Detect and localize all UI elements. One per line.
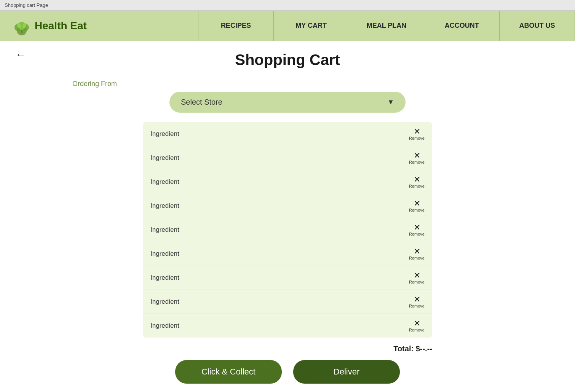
remove-label: Remove (409, 232, 425, 236)
select-store-dropdown[interactable]: Select Store ▼ (169, 92, 406, 113)
select-store-label: Select Store (181, 98, 222, 107)
ingredient-name: Ingredient (150, 250, 179, 258)
remove-button-1[interactable]: ✕ Remove (409, 127, 425, 140)
remove-button-9[interactable]: ✕ Remove (409, 319, 425, 332)
ingredients-list: Ingredient ✕ Remove Ingredient ✕ Remove … (143, 122, 432, 338)
select-store-container: Select Store ▼ (15, 92, 560, 113)
x-icon: ✕ (414, 223, 420, 232)
remove-button-3[interactable]: ✕ Remove (409, 175, 425, 188)
back-button[interactable]: ← (15, 49, 26, 61)
ingredient-row-2: Ingredient ✕ Remove (143, 146, 432, 170)
ingredient-name: Ingredient (150, 274, 179, 282)
remove-label: Remove (409, 184, 425, 188)
ingredient-name: Ingredient (150, 178, 179, 186)
action-buttons: Click & Collect Deliver (15, 360, 560, 384)
svg-rect-4 (21, 30, 22, 33)
remove-button-5[interactable]: ✕ Remove (409, 223, 425, 236)
nav-link-account[interactable]: ACCOUNT (424, 11, 500, 41)
x-icon: ✕ (414, 127, 420, 136)
ingredient-name: Ingredient (150, 322, 179, 330)
ingredient-row-7: Ingredient ✕ Remove (143, 266, 432, 290)
x-icon: ✕ (414, 247, 420, 256)
remove-button-4[interactable]: ✕ Remove (409, 199, 425, 212)
ingredient-name: Ingredient (150, 226, 179, 234)
main-content: ← Shopping Cart Ordering From Select Sto… (0, 41, 575, 392)
nav-link-mealplan[interactable]: MEAL PLAN (349, 11, 425, 41)
x-icon: ✕ (414, 199, 420, 208)
tab-bar: Shopping cart Page (0, 0, 575, 11)
remove-button-2[interactable]: ✕ Remove (409, 151, 425, 164)
remove-label: Remove (409, 328, 425, 332)
ingredient-row-3: Ingredient ✕ Remove (143, 170, 432, 194)
remove-label: Remove (409, 208, 425, 212)
x-icon: ✕ (414, 319, 420, 328)
x-icon: ✕ (414, 151, 420, 160)
total-row: Total: $--.-- (143, 344, 432, 353)
ingredient-name: Ingredient (150, 154, 179, 162)
x-icon: ✕ (414, 295, 420, 304)
navigation: Health Eat RECIPES MY CART MEAL PLAN ACC… (0, 11, 575, 41)
ingredient-row-4: Ingredient ✕ Remove (143, 194, 432, 218)
remove-label: Remove (409, 304, 425, 308)
ingredient-row-6: Ingredient ✕ Remove (143, 242, 432, 266)
remove-button-7[interactable]: ✕ Remove (409, 271, 425, 284)
remove-label: Remove (409, 280, 425, 284)
x-icon: ✕ (414, 271, 420, 280)
logo-icon (11, 15, 32, 36)
remove-label: Remove (409, 256, 425, 260)
nav-link-mycart[interactable]: MY CART (274, 11, 349, 41)
deliver-button[interactable]: Deliver (293, 360, 400, 384)
ingredient-row-8: Ingredient ✕ Remove (143, 290, 432, 314)
nav-links: RECIPES MY CART MEAL PLAN ACCOUNT ABOUT … (198, 11, 575, 41)
ingredient-name: Ingredient (150, 130, 179, 138)
ingredient-row-9: Ingredient ✕ Remove (143, 314, 432, 338)
nav-link-recipes[interactable]: RECIPES (198, 11, 274, 41)
ordering-from-label: Ordering From (72, 80, 560, 88)
total-label: Total: $--.-- (393, 344, 432, 353)
chevron-down-icon: ▼ (387, 98, 394, 106)
nav-logo[interactable]: Health Eat (0, 15, 198, 36)
ingredient-name: Ingredient (150, 202, 179, 210)
remove-button-6[interactable]: ✕ Remove (409, 247, 425, 260)
x-icon: ✕ (414, 175, 420, 184)
remove-button-8[interactable]: ✕ Remove (409, 295, 425, 308)
nav-link-aboutus[interactable]: ABOUT US (500, 11, 575, 41)
ingredient-row-1: Ingredient ✕ Remove (143, 122, 432, 146)
logo-text: Health Eat (35, 20, 87, 32)
click-collect-button[interactable]: Click & Collect (175, 360, 282, 384)
remove-label: Remove (409, 160, 425, 164)
ingredient-row-5: Ingredient ✕ Remove (143, 218, 432, 242)
remove-label: Remove (409, 136, 425, 140)
ingredient-name: Ingredient (150, 298, 179, 306)
tab-title: Shopping cart Page (5, 2, 48, 8)
page-title: Shopping Cart (15, 51, 560, 69)
